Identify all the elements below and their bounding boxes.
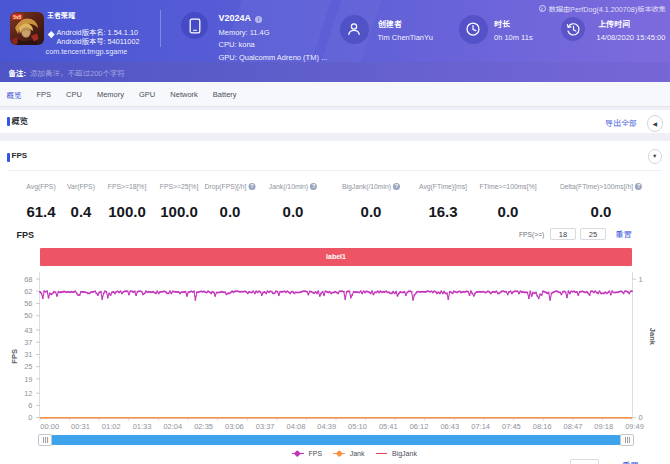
- app-header: 5v5 王者荣耀 Android版本名: 1.54.1.10 Android版本…: [0, 0, 670, 62]
- tab-cpu[interactable]: CPU: [66, 90, 82, 99]
- stat-value: 0.0: [342, 203, 400, 220]
- svg-text:00:31: 00:31: [71, 422, 90, 431]
- stat-cell: FPS>=18[%]100.0: [108, 183, 147, 220]
- collect-note: i 数据由PerfDog(4.1.200708)版本收集: [539, 4, 666, 14]
- stat-label: Jank(/10min)?: [269, 183, 317, 190]
- overview-section-bar: 概览 导出全部: [0, 110, 670, 133]
- svg-text:5v5: 5v5: [13, 14, 21, 19]
- device-memory: Memory: 11.4G: [219, 28, 270, 37]
- overview-collapse-button[interactable]: ◀: [647, 115, 664, 132]
- section-accent: [7, 153, 10, 162]
- stat-cell: Var(FPS)0.4: [67, 183, 95, 220]
- stat-value: 100.0: [160, 203, 199, 220]
- svg-text:01:02: 01:02: [102, 422, 121, 431]
- upload-time-value: 14/08/2020 15:45:00: [597, 33, 666, 42]
- tab-memory[interactable]: Memory: [97, 90, 124, 99]
- svg-text:02:04: 02:04: [163, 422, 182, 431]
- legend-marker: [333, 450, 345, 457]
- export-all-link[interactable]: 导出全部: [605, 117, 637, 128]
- svg-text:12: 12: [24, 389, 32, 398]
- fps-stats-row: Avg(FPS)61.4Var(FPS)0.4FPS>=18[%]100.0FP…: [0, 183, 670, 219]
- svg-text:1: 1: [639, 275, 643, 284]
- stat-value: 100.0: [108, 203, 147, 220]
- notes-label: 备注:: [9, 67, 27, 78]
- svg-text:0: 0: [639, 413, 643, 422]
- svg-text:Jank: Jank: [648, 328, 657, 346]
- svg-text:6: 6: [28, 401, 32, 410]
- zoom-handle-right[interactable]: [620, 434, 634, 446]
- tab-fps[interactable]: FPS: [37, 90, 52, 99]
- chart-region-banner[interactable]: label1: [40, 248, 632, 266]
- stat-label: Delta(FTime)>100ms[/h]?: [560, 183, 642, 190]
- collect-note-text: 数据由PerfDog(4.1.200708)版本收集: [549, 4, 666, 14]
- stat-label: Avg(FPS): [26, 183, 55, 190]
- chart-legend: FPSJankBigJank: [59, 447, 651, 460]
- tab-network[interactable]: Network: [170, 90, 198, 99]
- info-icon: i: [539, 5, 546, 12]
- app-title: 王者荣耀: [47, 10, 75, 20]
- svg-text:68: 68: [24, 275, 32, 284]
- device-info-icon[interactable]: i: [255, 16, 262, 23]
- stat-cell: FPS>=25[%]100.0: [160, 183, 199, 220]
- help-icon[interactable]: ?: [635, 183, 642, 190]
- tab-battery[interactable]: Battery: [213, 90, 237, 99]
- stat-cell: Avg(FTime)[ms]16.3: [419, 183, 467, 220]
- next-section-controls: 重置: [570, 459, 638, 464]
- legend-item-fps[interactable]: FPS: [292, 450, 322, 457]
- svg-text:07:14: 07:14: [471, 422, 490, 431]
- fps-panel: FPS Avg(FPS)61.4Var(FPS)0.4FPS>=18[%]100…: [0, 141, 670, 464]
- stat-cell: Delta(FTime)>100ms[/h]?0.0: [560, 183, 642, 220]
- svg-text:08:47: 08:47: [564, 422, 583, 431]
- legend-item-jank[interactable]: Jank: [333, 450, 364, 457]
- tab-gpu[interactable]: GPU: [139, 90, 155, 99]
- zoom-handle-left[interactable]: [38, 434, 52, 446]
- help-icon[interactable]: ?: [310, 183, 317, 190]
- svg-text:31: 31: [24, 350, 32, 359]
- fps-line-chart[interactable]: 68625650433731251912601000:0000:3101:020…: [0, 265, 670, 434]
- notes-bar[interactable]: 备注: 添加备注，不超过200个字符: [0, 62, 670, 82]
- svg-text:02:35: 02:35: [194, 422, 213, 431]
- reset-link[interactable]: 重置: [615, 228, 631, 240]
- svg-text:50: 50: [24, 311, 32, 320]
- fps-threshold-input-2[interactable]: [580, 228, 606, 240]
- legend-marker: [376, 450, 388, 457]
- upload-time-label: 上传时间: [598, 18, 630, 29]
- stat-label: FPS>=18[%]: [108, 183, 147, 190]
- device-model: V2024A: [219, 13, 252, 23]
- stat-cell: FTime>=100ms[%]0.0: [479, 183, 536, 220]
- stat-label: Drop(FPS)[/h]?: [205, 183, 256, 190]
- stat-value: 0.0: [269, 203, 317, 220]
- divider: [8, 170, 662, 171]
- stat-cell: Avg(FPS)61.4: [26, 183, 55, 220]
- legend-label: Jank: [350, 450, 365, 457]
- creator-icon: [340, 15, 369, 44]
- chart-region-label: label1: [326, 253, 346, 260]
- fps-threshold-input-1[interactable]: [550, 228, 576, 240]
- fps-collapse-button[interactable]: ▼: [648, 149, 663, 164]
- zoom-scrollbar-track[interactable]: [52, 435, 620, 445]
- stat-value: 16.3: [419, 203, 467, 220]
- svg-text:09:18: 09:18: [594, 422, 613, 431]
- next-reset-link[interactable]: 重置: [622, 459, 638, 464]
- android-version-code: Android版本号: 54011002: [57, 36, 140, 46]
- svg-text:25: 25: [24, 362, 32, 371]
- upload-time-icon: [561, 17, 585, 41]
- legend-item-bigjank[interactable]: BigJank: [376, 450, 417, 457]
- stat-value: 0.0: [479, 203, 536, 220]
- fps-section-title: FPS: [12, 151, 28, 160]
- svg-text:03:37: 03:37: [256, 422, 275, 431]
- duration-icon: [459, 15, 488, 44]
- stat-label: Var(FPS): [67, 183, 95, 190]
- svg-text:06:43: 06:43: [440, 422, 459, 431]
- diamond-bullet-icon: [48, 31, 54, 37]
- stat-cell: BigJank(/10min)?0.0: [342, 183, 400, 220]
- fps-threshold-label: FPS(>=): [519, 231, 544, 238]
- next-threshold-input[interactable]: [570, 459, 599, 464]
- svg-text:37: 37: [24, 338, 32, 347]
- tab-概览[interactable]: 概览: [7, 89, 22, 100]
- help-icon[interactable]: ?: [248, 183, 255, 190]
- svg-text:FPS: FPS: [10, 349, 19, 364]
- section-accent: [7, 117, 10, 126]
- duration-label: 时长: [494, 18, 510, 29]
- help-icon[interactable]: ?: [393, 183, 400, 190]
